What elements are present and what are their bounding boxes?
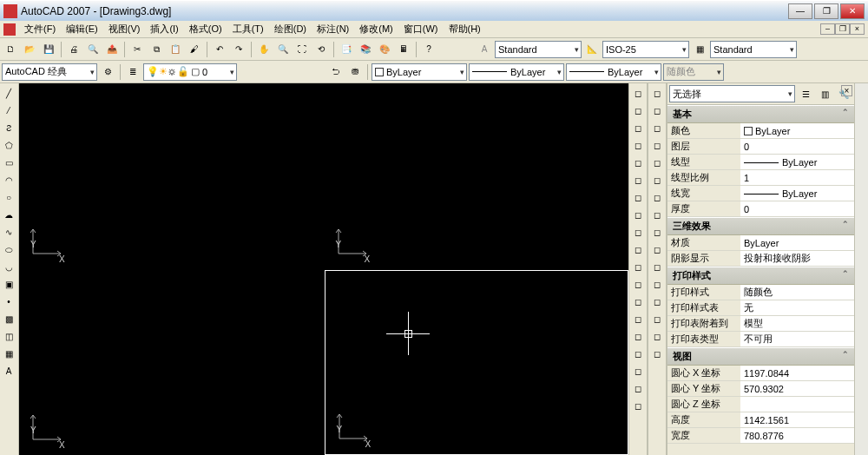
trim-icon[interactable]: ◻ <box>648 241 666 258</box>
fillet-icon[interactable]: ◻ <box>648 328 666 345</box>
ws-settings-icon[interactable]: ⚙ <box>99 63 116 81</box>
lineweight-combo[interactable]: ByLayer <box>566 63 661 81</box>
paste-icon[interactable]: 📋 <box>167 41 184 58</box>
spline-icon[interactable]: ∿ <box>0 224 17 241</box>
circle-icon[interactable]: ○ <box>0 189 17 206</box>
tablestyle-icon[interactable]: ▦ <box>691 41 708 58</box>
palette-close-icon[interactable]: × <box>841 85 852 96</box>
sheetset-icon[interactable]: 📚 <box>357 41 374 58</box>
line-icon[interactable]: ╱ <box>0 85 17 102</box>
menu-window[interactable]: 窗口(W) <box>398 22 444 36</box>
layernext-icon[interactable]: ◻ <box>629 380 647 397</box>
prop-row[interactable]: 打印表类型不可用 <box>667 332 854 347</box>
prop-row[interactable]: 线宽ByLayer <box>667 186 854 201</box>
mdi-minimize-button[interactable]: – <box>820 23 835 35</box>
point-icon[interactable]: • <box>0 293 17 310</box>
undo-icon[interactable]: ↶ <box>211 41 228 58</box>
prop-value[interactable]: 780.8776 <box>740 428 854 444</box>
section-header-basic[interactable]: 基本⌃ <box>667 105 854 123</box>
stretch-icon[interactable]: ◻ <box>648 224 666 241</box>
menu-help[interactable]: 帮助(H) <box>444 22 486 36</box>
orbit-icon[interactable]: ◻ <box>629 311 647 327</box>
scale-icon[interactable]: ◻ <box>648 207 666 223</box>
viewport-bottom-left[interactable]: YX <box>19 270 324 456</box>
zoom-win-icon[interactable]: ⛶ <box>293 41 311 58</box>
offset-icon[interactable]: ◻ <box>648 137 666 154</box>
section-header-threedeffect[interactable]: 三维效果⌃ <box>667 217 854 235</box>
help-icon[interactable]: ? <box>420 41 437 58</box>
dist-icon[interactable]: ◻ <box>629 85 647 102</box>
copy-icon[interactable]: ⧉ <box>148 41 165 58</box>
zoom-prev-icon[interactable]: ⟲ <box>312 41 330 58</box>
mdi-close-button[interactable]: × <box>850 23 865 35</box>
text-icon[interactable]: A <box>0 363 17 379</box>
rect-icon[interactable]: ▭ <box>0 155 17 171</box>
zoomw-icon[interactable]: ◻ <box>629 259 647 275</box>
close-button[interactable]: ✕ <box>840 3 865 19</box>
table-icon[interactable]: ▦ <box>0 346 17 362</box>
region-icon[interactable]: ◫ <box>0 328 17 345</box>
pickadd-icon[interactable]: ▥ <box>816 85 833 102</box>
rotate-icon[interactable]: ◻ <box>648 189 666 206</box>
section-header-plotstyle[interactable]: 打印样式⌃ <box>667 267 854 285</box>
zoom-rt-icon[interactable]: 🔍 <box>274 41 292 58</box>
prop-value[interactable]: 不可用 <box>740 332 854 347</box>
save-icon[interactable]: 💾 <box>40 41 57 58</box>
status-icon[interactable]: ◻ <box>629 189 647 206</box>
prop-row[interactable]: 阴影显示投射和接收阴影 <box>667 251 854 267</box>
id-icon[interactable]: ◻ <box>629 155 647 171</box>
menu-tools[interactable]: 工具(T) <box>227 22 269 36</box>
tablestyle-combo[interactable]: Standard <box>710 41 797 58</box>
zoomp-icon[interactable]: ◻ <box>629 346 647 362</box>
mdi-restore-button[interactable]: ❐ <box>835 23 850 35</box>
layermgr-icon[interactable]: ≣ <box>124 63 141 81</box>
extend-icon[interactable]: ◻ <box>648 259 666 275</box>
prop-row[interactable]: 宽度780.8776 <box>667 428 854 444</box>
array-icon[interactable]: ◻ <box>648 155 666 171</box>
dimstyle-icon[interactable]: 📐 <box>583 41 601 58</box>
viewport-top-right[interactable]: YX <box>325 83 629 269</box>
prop-value[interactable]: 0 <box>740 201 854 217</box>
workspace-combo[interactable]: AutoCAD 经典 <box>2 63 97 81</box>
time-icon[interactable]: ◻ <box>629 172 647 188</box>
prop-row[interactable]: 线型ByLayer <box>667 155 854 170</box>
erase-icon[interactable]: ◻ <box>648 85 666 102</box>
ellipse-icon[interactable]: ⬭ <box>0 241 17 258</box>
zoomd-icon[interactable]: ◻ <box>629 276 647 293</box>
zoomall-icon[interactable]: ◻ <box>629 328 647 345</box>
publish-icon[interactable]: 📤 <box>103 41 121 58</box>
massprop-icon[interactable]: ◻ <box>629 120 647 136</box>
prop-row[interactable]: 图层0 <box>667 139 854 155</box>
hatch-icon[interactable]: ▩ <box>0 311 17 327</box>
prop-value[interactable]: ByLayer <box>740 155 854 170</box>
selection-combo[interactable]: 无选择 <box>669 85 795 102</box>
area-icon[interactable]: ◻ <box>629 102 647 119</box>
properties-icon[interactable]: 📑 <box>338 41 355 58</box>
viewport-top-left[interactable]: YX <box>19 83 324 269</box>
cut-icon[interactable]: ✂ <box>128 41 146 58</box>
menu-view[interactable]: 视图(V) <box>103 22 146 36</box>
menu-file[interactable]: 文件(F) <box>19 22 61 36</box>
prop-row[interactable]: 打印样式随颜色 <box>667 285 854 300</box>
prop-row[interactable]: 材质ByLayer <box>667 235 854 251</box>
pan-icon[interactable]: ◻ <box>629 293 647 310</box>
copy-icon[interactable]: ◻ <box>648 102 666 119</box>
minimize-button[interactable]: — <box>788 3 812 19</box>
polygon-icon[interactable]: ⬠ <box>0 137 17 154</box>
break-icon[interactable]: ◻ <box>648 276 666 293</box>
menu-insert[interactable]: 插入(I) <box>145 22 183 36</box>
layerstate-icon[interactable]: ⛃ <box>346 63 364 81</box>
color-combo[interactable]: ByLayer <box>372 63 467 81</box>
revcloud-icon[interactable]: ☁ <box>0 207 17 223</box>
menu-draw[interactable]: 绘图(D) <box>269 22 312 36</box>
menu-format[interactable]: 格式(O) <box>184 22 227 36</box>
section-header-view[interactable]: 视图⌃ <box>667 347 854 366</box>
match-icon[interactable]: 🖌 <box>186 41 203 58</box>
prop-value[interactable]: 1 <box>740 170 854 186</box>
prop-row[interactable]: 圆心 Y 坐标570.9302 <box>667 381 854 397</box>
prop-row[interactable]: 打印样式表无 <box>667 300 854 316</box>
prop-value[interactable]: ByLayer <box>740 186 854 201</box>
open-icon[interactable]: 📂 <box>21 41 38 58</box>
refresh-icon[interactable]: ◻ <box>629 398 647 414</box>
prop-row[interactable]: 打印表附着到模型 <box>667 316 854 332</box>
